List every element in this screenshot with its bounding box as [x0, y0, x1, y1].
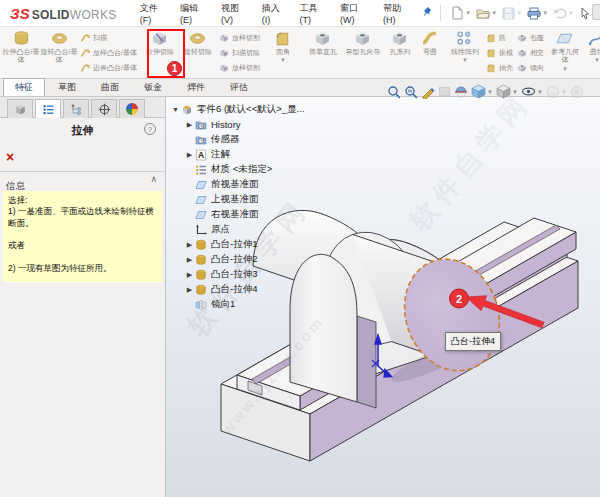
- tab-sheet-metal[interactable]: 钣金: [132, 78, 174, 96]
- dropdown-caret-icon[interactable]: ▼: [516, 10, 522, 16]
- tree-item-right-plane[interactable]: 右视基准面: [184, 207, 304, 222]
- dropdown-caret-icon[interactable]: ▼: [512, 89, 518, 95]
- menu-edit[interactable]: 编辑(E): [173, 0, 214, 27]
- toolbar-overflow[interactable]: [592, 4, 600, 20]
- plane-icon: [195, 194, 207, 206]
- dropdown-caret-icon[interactable]: ▼: [465, 10, 471, 16]
- hole-series-button[interactable]: 孔系列: [384, 27, 416, 78]
- menu-help[interactable]: 帮助(H): [376, 0, 417, 27]
- simple-hole-button[interactable]: 简单直孔: [304, 27, 342, 78]
- dropdown-caret-icon[interactable]: ▼: [462, 57, 468, 63]
- tree-item-material[interactable]: 材质 <未指定>: [184, 162, 304, 177]
- tree-item-boss-extrude1[interactable]: ▶ 凸台-拉伸1: [184, 237, 304, 252]
- expand-arrow-icon[interactable]: ▶: [184, 256, 195, 264]
- zoom-to-area-icon[interactable]: [404, 85, 418, 99]
- linear-pattern-button[interactable]: 线性阵列 ▼: [446, 27, 484, 78]
- draft-button[interactable]: 拔模: [486, 46, 513, 59]
- swept-boss-button[interactable]: 扫描: [80, 31, 137, 44]
- revolved-cut-button[interactable]: 旋转切除: [179, 27, 217, 78]
- revolved-boss-base-button[interactable]: 旋转凸台/基体: [40, 27, 78, 78]
- tree-item-sensors[interactable]: 传感器: [184, 132, 304, 147]
- pin-menu-icon[interactable]: [421, 4, 432, 22]
- collapse-arrow-icon[interactable]: ▼: [170, 106, 181, 113]
- dropdown-caret-icon[interactable]: ▼: [561, 89, 567, 95]
- tab-surfaces[interactable]: 曲面: [89, 78, 131, 96]
- display-style-icon[interactable]: ▼: [496, 84, 518, 99]
- tree-item-boss-extrude4[interactable]: ▶ 凸台-拉伸4: [184, 282, 304, 297]
- hole-wizard-button[interactable]: 异型孔向导: [342, 27, 384, 78]
- tree-item-annotations[interactable]: ▶ A 注解: [184, 147, 304, 162]
- feature-manager-tab[interactable]: [7, 99, 33, 118]
- rib-side-face[interactable]: [357, 316, 376, 408]
- wrap-button[interactable]: 包覆: [517, 31, 544, 44]
- boundary-boss-button[interactable]: 边界凸台/基体: [80, 61, 137, 74]
- tree-item-top-plane[interactable]: 上视基准面: [184, 192, 304, 207]
- property-manager-tab[interactable]: [35, 99, 61, 118]
- dropdown-caret-icon[interactable]: ▼: [594, 57, 600, 63]
- dropdown-caret-icon[interactable]: ▼: [562, 66, 568, 72]
- boundary-cut-button[interactable]: 放样切割: [219, 61, 260, 74]
- menu-window[interactable]: 窗口(W): [333, 0, 376, 27]
- display-manager-tab[interactable]: [119, 99, 145, 118]
- dropdown-caret-icon[interactable]: ▼: [542, 10, 548, 16]
- intersect-button[interactable]: 相交: [517, 46, 544, 59]
- expand-arrow-icon[interactable]: ▶: [184, 121, 195, 129]
- lofted-boss-button[interactable]: 放样凸台/基体: [80, 46, 137, 59]
- tree-root-part[interactable]: ▼ 零件6 (默认<<默认>_显...: [170, 102, 304, 117]
- edit-appearance-icon[interactable]: ▼: [546, 85, 567, 99]
- dropdown-caret-icon[interactable]: ▼: [487, 89, 493, 95]
- configuration-manager-tab[interactable]: [63, 99, 89, 118]
- help-icon[interactable]: ?: [144, 123, 156, 135]
- tree-item-boss-extrude2[interactable]: ▶ 凸台-拉伸2: [184, 252, 304, 267]
- zoom-to-fit-icon[interactable]: [387, 85, 401, 99]
- hide-show-items-icon[interactable]: ▼: [521, 85, 543, 98]
- dimxpert-tab[interactable]: [91, 99, 117, 118]
- section-view-icon[interactable]: [454, 85, 468, 99]
- extruded-boss-base-button[interactable]: 拉伸凸台/基体: [2, 27, 40, 78]
- view-orientation-icon[interactable]: ▼: [471, 84, 493, 99]
- tree-item-history[interactable]: ▶ History: [184, 117, 304, 132]
- tree-item-boss-extrude3[interactable]: ▶ 凸台-拉伸3: [184, 267, 304, 282]
- expand-arrow-icon[interactable]: ▶: [184, 151, 195, 159]
- menu-view[interactable]: 视图(V): [214, 0, 255, 27]
- cancel-button[interactable]: ×: [6, 151, 14, 163]
- message-group-header[interactable]: 信息 ∧: [0, 172, 165, 189]
- tab-features[interactable]: 特征: [3, 78, 45, 96]
- tab-sketch[interactable]: 草图: [46, 78, 88, 96]
- tree-item-origin[interactable]: 原点: [184, 222, 304, 237]
- dropdown-caret-icon[interactable]: ▼: [568, 10, 574, 16]
- graphics-viewport[interactable]: 软件自学网 www.rjzxw.com 软件自学网 ▼ 零件6 (默认<<默认>…: [166, 97, 600, 497]
- new-document-icon[interactable]: ▼: [449, 5, 473, 21]
- tree-item-mirror1[interactable]: 镜向1: [184, 297, 304, 312]
- menu-tools[interactable]: 工具(T): [293, 0, 333, 27]
- dropdown-caret-icon[interactable]: ▼: [491, 10, 497, 16]
- dropdown-caret-icon[interactable]: ▼: [537, 89, 543, 95]
- print-icon[interactable]: ▼: [525, 6, 550, 21]
- flex-button[interactable]: 弯曲: [416, 27, 444, 78]
- expand-arrow-icon[interactable]: ▶: [184, 286, 195, 294]
- collapse-chevron-icon[interactable]: ∧: [150, 174, 157, 184]
- expand-arrow-icon[interactable]: ▶: [184, 271, 195, 279]
- expand-arrow-icon[interactable]: ▶: [184, 241, 195, 249]
- save-icon[interactable]: ▼: [500, 6, 524, 21]
- swept-cut-button[interactable]: 扫描切除: [219, 46, 260, 59]
- curves-button[interactable]: 曲线 ▼: [582, 27, 600, 78]
- rib-button[interactable]: 筋: [486, 31, 513, 44]
- menu-file[interactable]: 文件(F): [133, 0, 173, 27]
- undo-icon[interactable]: ▼: [551, 6, 576, 21]
- dropdown-caret-icon[interactable]: ▼: [280, 57, 286, 63]
- measure-icon[interactable]: [421, 85, 435, 99]
- reference-geometry-button[interactable]: 参考几何体 ▼: [548, 27, 582, 78]
- tree-item-front-plane[interactable]: 前视基准面: [184, 177, 304, 192]
- heads-up-view-toolbar: ▼ ▼ ▼ ▼: [387, 82, 584, 101]
- fillet-button[interactable]: 圆角 ▼: [264, 27, 302, 78]
- previous-view-icon[interactable]: [438, 85, 451, 98]
- tab-evaluate[interactable]: 评估: [218, 78, 260, 96]
- open-icon[interactable]: ▼: [474, 6, 499, 21]
- mirror-button[interactable]: 镜向: [517, 61, 544, 74]
- menu-insert[interactable]: 插入(I): [255, 0, 293, 27]
- lofted-cut-button[interactable]: 放样切割: [219, 31, 260, 44]
- apply-scene-icon[interactable]: [570, 85, 584, 99]
- tab-weldments[interactable]: 焊件: [175, 78, 217, 96]
- shell-button[interactable]: 抽壳: [486, 61, 513, 74]
